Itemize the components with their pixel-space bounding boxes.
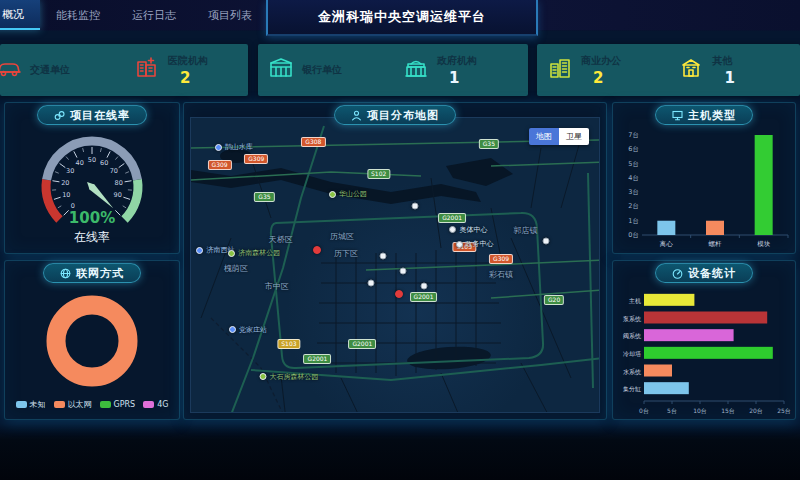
marker-dot (400, 267, 407, 274)
map-marker[interactable]: 政务中心 (456, 239, 494, 249)
marker-dot (449, 226, 456, 233)
legend-item[interactable]: GPRS (100, 399, 136, 410)
road-badge: G2001 (438, 213, 466, 223)
legend-swatch (54, 401, 65, 408)
legend-label: 未知 (30, 399, 46, 410)
nav-tab[interactable]: 项目列表 (192, 0, 268, 30)
stat-label: 交通单位 (30, 63, 70, 77)
map-marker[interactable] (420, 282, 427, 289)
marker-dot (420, 282, 427, 289)
stat-icon-wrap (547, 55, 573, 85)
stat-value: 1 (713, 69, 735, 87)
district-label: 天桥区 (269, 233, 293, 244)
svg-text:阀系统: 阀系统 (623, 332, 642, 340)
stat-text: 其他1 (713, 54, 735, 87)
stat-text: 政府机构1 (437, 54, 477, 87)
legend-item[interactable]: 以太网 (54, 399, 92, 410)
map-button[interactable]: 地图 (529, 128, 559, 145)
svg-text:离心: 离心 (659, 240, 674, 248)
map-panel: 项目分布地图 (183, 102, 607, 420)
road-badge: G309 (207, 160, 231, 170)
online-rate-panel-header: 项目在线率 (37, 105, 147, 125)
svg-text:10台: 10台 (693, 407, 707, 415)
marker-label: 大石房森林公园 (269, 372, 318, 382)
legend-item[interactable]: 未知 (16, 399, 46, 410)
online-rate-gauge: 0102030405060708090100%在线率 (5, 127, 179, 253)
hospital-icon (134, 55, 160, 81)
stat-icon-wrap (0, 55, 22, 85)
map-marker[interactable] (367, 279, 374, 286)
stat-item: 银行单位 (258, 44, 393, 96)
marker-label: 济南森林公园 (238, 248, 280, 258)
svg-text:6台: 6台 (628, 145, 639, 153)
map-marker[interactable]: 济南森林公园 (228, 248, 280, 258)
svg-text:主机: 主机 (629, 297, 641, 304)
svg-text:100%: 100% (69, 209, 115, 227)
stat-value: 2 (168, 69, 208, 87)
svg-text:0台: 0台 (628, 231, 639, 239)
svg-text:螺杆: 螺杆 (709, 240, 723, 248)
svg-text:20: 20 (61, 179, 69, 187)
nav-tab[interactable]: 能耗监控 (40, 0, 116, 30)
svg-text:3台: 3台 (628, 188, 639, 196)
stat-text: 交通单位 (30, 63, 70, 78)
district-label: 历城区 (330, 230, 354, 241)
stat-label: 医院机构 (168, 54, 208, 68)
stat-card: 交通单位医院机构2 (0, 44, 248, 96)
network-panel: 联网方式 未知以太网GPRS4G (4, 260, 180, 420)
svg-text:2台: 2台 (628, 202, 639, 210)
map-marker[interactable] (395, 290, 403, 298)
road-badge: G308 (301, 137, 325, 147)
map-marker[interactable] (313, 246, 321, 254)
network-donut-chart (5, 285, 179, 397)
map-marker[interactable]: 华山公园 (329, 189, 367, 199)
map-marker[interactable]: 奥体中心 (449, 225, 487, 235)
road-badge: G35 (254, 192, 274, 202)
road-badge: G2001 (304, 354, 332, 364)
map-marker[interactable] (542, 238, 549, 245)
nav-tab[interactable]: 概况 (0, 0, 40, 30)
svg-text:在线率: 在线率 (74, 230, 110, 244)
map-panel-header: 项目分布地图 (334, 105, 456, 125)
map-marker[interactable]: 党家庄站 (229, 325, 267, 335)
map-marker[interactable] (379, 253, 386, 260)
svg-text:90: 90 (114, 191, 122, 199)
marker-dot (367, 279, 374, 286)
svg-text:20台: 20台 (749, 407, 763, 415)
legend-item[interactable]: 4G (143, 399, 168, 410)
host-type-panel: 主机类型 0台1台2台3台4台5台6台7台离心螺杆模块 (612, 102, 796, 254)
satellite-button[interactable]: 卫星 (559, 128, 589, 145)
map-marker[interactable]: 鹊山水库 (215, 142, 253, 152)
map-marker[interactable] (412, 203, 419, 210)
svg-text:10: 10 (62, 191, 70, 199)
host-type-bar-chart: 0台1台2台3台4台5台6台7台离心螺杆模块 (614, 127, 794, 253)
stats-row: 交通单位医院机构2银行单位政府机构1商业办公2其他1 (0, 44, 800, 96)
marker-label: 党家庄站 (239, 325, 267, 335)
navbar: 概况能耗监控运行日志项目列表视频监控 金洲科瑞中央空调运维平台 (0, 0, 800, 30)
marker-dot (395, 290, 403, 298)
device-stats-bar-chart: 主机泵系统阀系统冷却塔水系统集分缸0台5台10台15台20台25台 (614, 285, 794, 419)
device-stats-panel-title: 设备统计 (688, 266, 736, 281)
nav-tab[interactable]: 运行日志 (116, 0, 192, 30)
svg-text:80: 80 (115, 179, 123, 187)
legend-label: GPRS (114, 400, 136, 409)
svg-text:1台: 1台 (628, 217, 639, 225)
stat-icon-wrap (134, 55, 160, 85)
network-legend: 未知以太网GPRS4G (16, 399, 169, 410)
monitor-icon (672, 110, 683, 121)
marker-dot (542, 238, 549, 245)
district-label: 市中区 (265, 280, 289, 291)
legend-label: 4G (157, 400, 168, 409)
device-stats-panel-header: 设备统计 (655, 263, 753, 283)
district-label: 历下区 (334, 248, 358, 259)
car-icon (0, 55, 22, 81)
marker-dot (228, 250, 235, 257)
svg-text:模块: 模块 (757, 240, 771, 248)
map-marker[interactable] (400, 267, 407, 274)
stat-card: 商业办公2其他1 (537, 44, 800, 96)
project-map[interactable]: 地图 卫星 天桥区历城区历下区槐荫区市中区郭店镇彩石镇G308G309G309G… (190, 117, 600, 413)
marker-dot (412, 203, 419, 210)
government-icon (403, 55, 429, 81)
map-marker[interactable]: 大石房森林公园 (259, 372, 318, 382)
road-badge: G35 (479, 139, 499, 149)
